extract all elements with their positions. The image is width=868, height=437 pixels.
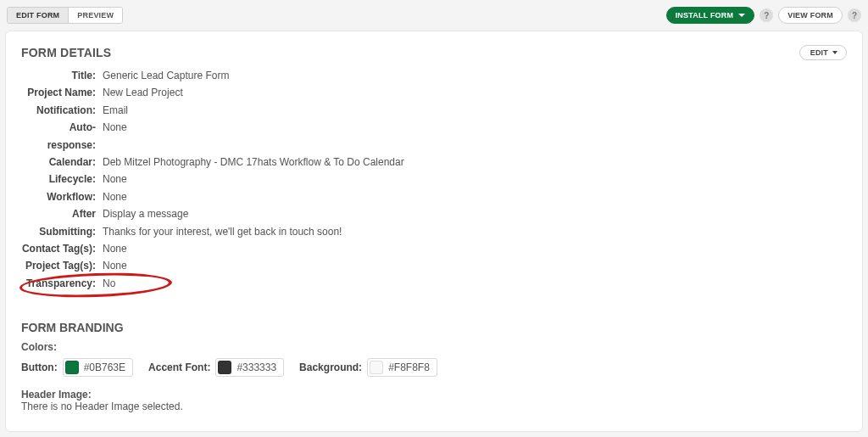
caret-down-icon [738,14,745,17]
color-field-background[interactable]: #F8F8F8 [367,358,437,377]
form-details-heading-row: FORM DETAILS EDIT [21,45,847,60]
branding-accent-color: Accent Font: #333333 [148,358,284,377]
help-icon[interactable]: ? [760,8,773,22]
branding-background-color: Background: #F8F8F8 [299,358,437,377]
detail-label: Project Tag(s): [21,257,103,274]
detail-row: Contact Tag(s): None [21,240,847,257]
install-form-label: INSTALL FORM [676,11,734,20]
branding-accent-label: Accent Font: [148,361,210,373]
branding-button-label: Button: [21,361,58,373]
detail-label: Title: [21,67,103,84]
colors-label: Colors: [21,341,847,353]
detail-label: Contact Tag(s): [21,240,103,257]
detail-row: Auto-response: None [21,119,847,154]
detail-row: Notification: Email [21,102,847,119]
color-value: #F8F8F8 [388,361,430,373]
color-field-button[interactable]: #0B763E [63,358,133,377]
edit-button-label: EDIT [810,48,828,57]
color-value: #333333 [236,361,276,373]
detail-row: Title: Generic Lead Capture Form [21,67,847,84]
detail-row: Calendar: Deb Mitzel Photography - DMC 1… [21,154,847,171]
color-field-accent[interactable]: #333333 [215,358,284,377]
install-form-button[interactable]: INSTALL FORM [666,7,755,24]
detail-label: Project Name: [21,84,103,101]
detail-value: None [103,171,127,188]
caret-down-icon [832,51,837,54]
tab-edit-form[interactable]: EDIT FORM [8,8,68,23]
branding-background-label: Background: [299,361,362,373]
color-swatch-icon [370,361,383,374]
detail-row: Lifecycle: None [21,171,847,188]
detail-row-project-tags: Project Tag(s): None [21,257,847,274]
detail-row: Workflow: None [21,188,847,205]
detail-value: Display a message Thanks for your intere… [103,205,342,240]
detail-label: Notification: [21,102,103,119]
color-swatch-icon [218,361,231,374]
edit-button[interactable]: EDIT [799,45,847,60]
detail-value: Email [103,102,128,119]
detail-value: None [103,257,127,274]
branding-button-color: Button: #0B763E [21,358,133,377]
form-details-heading: FORM DETAILS [21,46,111,59]
tab-preview[interactable]: PREVIEW [68,8,122,23]
branding-colors-row: Button: #0B763E Accent Font: #333333 Bac… [21,358,847,377]
header-image-label: Header Image: [21,389,847,401]
detail-row: After Submitting: Display a message Than… [21,205,847,240]
detail-label: Calendar: [21,154,103,171]
detail-value: No [103,275,115,292]
detail-value: New Lead Project [103,84,183,101]
detail-value: Generic Lead Capture Form [103,67,229,84]
detail-row: Transparency: No [21,275,847,292]
color-value: #0B763E [84,361,125,373]
help-icon[interactable]: ? [848,8,861,22]
tab-group: EDIT FORM PREVIEW [7,7,123,24]
form-card: FORM DETAILS EDIT Title: Generic Lead Ca… [5,31,863,432]
detail-label: Lifecycle: [21,171,103,188]
detail-label: After Submitting: [21,205,103,240]
detail-value: Deb Mitzel Photography - DMC 17hats Work… [103,154,404,171]
detail-label: Transparency: [21,275,103,292]
header-image-note: There is no Header Image selected. [21,401,847,412]
detail-value: None [103,119,127,136]
toolbar: EDIT FORM PREVIEW INSTALL FORM ? VIEW FO… [5,5,863,25]
view-form-button[interactable]: VIEW FORM [778,7,843,24]
detail-list: Title: Generic Lead Capture Form Project… [21,67,847,292]
view-form-label: VIEW FORM [787,11,833,20]
detail-label: Auto-response: [21,119,103,154]
detail-value: None [103,188,127,205]
detail-value: None [103,240,127,257]
detail-row: Project Name: New Lead Project [21,84,847,101]
color-swatch-icon [65,361,79,374]
detail-label: Workflow: [21,188,103,205]
form-branding-heading: FORM BRANDING [21,321,847,334]
